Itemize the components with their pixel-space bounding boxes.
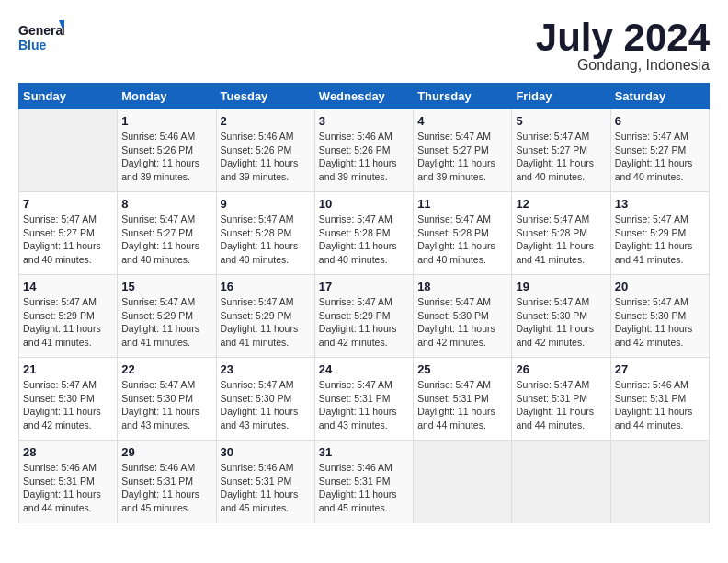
day-number: 27: [615, 362, 705, 376]
day-number: 11: [417, 197, 507, 211]
weekday-header-thursday: Thursday: [414, 84, 512, 109]
day-number: 20: [615, 280, 705, 293]
weekday-header-monday: Monday: [118, 84, 216, 109]
day-number: 21: [23, 362, 113, 376]
logo-svg: General Blue: [18, 18, 64, 59]
day-info: Sunrise: 5:47 AMSunset: 5:31 PMDaylight:…: [417, 378, 507, 432]
calendar-cell: 9Sunrise: 5:47 AMSunset: 5:28 PMDaylight…: [216, 192, 314, 275]
day-number: 24: [319, 362, 409, 376]
day-info: Sunrise: 5:47 AMSunset: 5:30 PMDaylight:…: [121, 378, 211, 432]
calendar-cell: 24Sunrise: 5:47 AMSunset: 5:31 PMDayligh…: [314, 358, 413, 441]
day-info: Sunrise: 5:47 AMSunset: 5:29 PMDaylight:…: [121, 295, 211, 350]
calendar-cell: 28Sunrise: 5:46 AMSunset: 5:31 PMDayligh…: [19, 441, 118, 523]
calendar-cell: [19, 109, 118, 192]
day-info: Sunrise: 5:46 AMSunset: 5:31 PMDaylight:…: [121, 461, 211, 515]
calendar-cell: 29Sunrise: 5:46 AMSunset: 5:31 PMDayligh…: [118, 441, 216, 523]
day-info: Sunrise: 5:47 AMSunset: 5:30 PMDaylight:…: [516, 295, 606, 350]
weekday-header-sunday: Sunday: [19, 84, 118, 109]
calendar-cell: 6Sunrise: 5:47 AMSunset: 5:27 PMDaylight…: [610, 109, 709, 192]
day-number: 29: [121, 445, 211, 459]
day-info: Sunrise: 5:47 AMSunset: 5:31 PMDaylight:…: [319, 378, 409, 432]
calendar-cell: 1Sunrise: 5:46 AMSunset: 5:26 PMDaylight…: [118, 109, 216, 192]
calendar-cell: 11Sunrise: 5:47 AMSunset: 5:28 PMDayligh…: [414, 192, 512, 275]
day-info: Sunrise: 5:47 AMSunset: 5:28 PMDaylight:…: [221, 213, 311, 267]
day-number: 14: [23, 280, 113, 293]
day-number: 15: [121, 280, 211, 293]
day-number: 31: [319, 445, 409, 459]
calendar-cell: 30Sunrise: 5:46 AMSunset: 5:31 PMDayligh…: [216, 441, 314, 523]
day-number: 4: [417, 114, 507, 128]
weekday-header-wednesday: Wednesday: [314, 84, 413, 109]
day-info: Sunrise: 5:46 AMSunset: 5:26 PMDaylight:…: [221, 130, 311, 184]
day-number: 28: [23, 445, 113, 459]
day-info: Sunrise: 5:46 AMSunset: 5:31 PMDaylight:…: [221, 461, 311, 515]
calendar-cell: 2Sunrise: 5:46 AMSunset: 5:26 PMDaylight…: [216, 109, 314, 192]
calendar-cell: 25Sunrise: 5:47 AMSunset: 5:31 PMDayligh…: [414, 358, 512, 441]
day-number: 8: [121, 197, 211, 211]
calendar-cell: 10Sunrise: 5:47 AMSunset: 5:28 PMDayligh…: [314, 192, 413, 275]
weekday-header-friday: Friday: [512, 84, 610, 109]
calendar-cell: 27Sunrise: 5:46 AMSunset: 5:31 PMDayligh…: [610, 358, 709, 441]
day-number: 23: [221, 362, 311, 376]
day-info: Sunrise: 5:47 AMSunset: 5:29 PMDaylight:…: [221, 295, 311, 350]
day-number: 13: [615, 197, 705, 211]
calendar-cell: 23Sunrise: 5:47 AMSunset: 5:30 PMDayligh…: [216, 358, 314, 441]
weekday-header-row: SundayMondayTuesdayWednesdayThursdayFrid…: [19, 84, 710, 109]
day-number: 17: [319, 280, 409, 293]
day-number: 16: [221, 280, 311, 293]
day-info: Sunrise: 5:47 AMSunset: 5:27 PMDaylight:…: [615, 130, 705, 184]
day-number: 12: [516, 197, 606, 211]
calendar-cell: 31Sunrise: 5:46 AMSunset: 5:31 PMDayligh…: [314, 441, 413, 523]
title-block: July 2024 Gondang, Indonesia: [536, 18, 710, 74]
location: Gondang, Indonesia: [536, 57, 710, 74]
day-info: Sunrise: 5:47 AMSunset: 5:27 PMDaylight:…: [417, 130, 507, 184]
calendar-cell: 22Sunrise: 5:47 AMSunset: 5:30 PMDayligh…: [118, 358, 216, 441]
day-number: 26: [516, 362, 606, 376]
page-header: General Blue July 2024 Gondang, Indonesi…: [18, 18, 710, 74]
calendar-cell: 4Sunrise: 5:47 AMSunset: 5:27 PMDaylight…: [414, 109, 512, 192]
week-row-4: 21Sunrise: 5:47 AMSunset: 5:30 PMDayligh…: [19, 358, 710, 441]
calendar-cell: 21Sunrise: 5:47 AMSunset: 5:30 PMDayligh…: [19, 358, 118, 441]
day-info: Sunrise: 5:47 AMSunset: 5:31 PMDaylight:…: [516, 378, 606, 432]
calendar-cell: 5Sunrise: 5:47 AMSunset: 5:27 PMDaylight…: [512, 109, 610, 192]
day-number: 2: [221, 114, 311, 128]
day-info: Sunrise: 5:47 AMSunset: 5:28 PMDaylight:…: [319, 213, 409, 267]
weekday-header-tuesday: Tuesday: [216, 84, 314, 109]
weekday-header-saturday: Saturday: [610, 84, 709, 109]
calendar-cell: 19Sunrise: 5:47 AMSunset: 5:30 PMDayligh…: [512, 275, 610, 358]
day-number: 6: [615, 114, 705, 128]
day-info: Sunrise: 5:47 AMSunset: 5:27 PMDaylight:…: [516, 130, 606, 184]
calendar-cell: 17Sunrise: 5:47 AMSunset: 5:29 PMDayligh…: [314, 275, 413, 358]
day-info: Sunrise: 5:47 AMSunset: 5:29 PMDaylight:…: [23, 295, 113, 350]
day-info: Sunrise: 5:47 AMSunset: 5:30 PMDaylight:…: [417, 295, 507, 350]
calendar-cell: 20Sunrise: 5:47 AMSunset: 5:30 PMDayligh…: [610, 275, 709, 358]
day-info: Sunrise: 5:46 AMSunset: 5:31 PMDaylight:…: [319, 461, 409, 515]
calendar-cell: 3Sunrise: 5:46 AMSunset: 5:26 PMDaylight…: [314, 109, 413, 192]
day-number: 22: [121, 362, 211, 376]
day-number: 30: [221, 445, 311, 459]
day-info: Sunrise: 5:46 AMSunset: 5:26 PMDaylight:…: [121, 130, 211, 184]
svg-text:Blue: Blue: [18, 38, 47, 52]
day-number: 19: [516, 280, 606, 293]
calendar-cell: 18Sunrise: 5:47 AMSunset: 5:30 PMDayligh…: [414, 275, 512, 358]
day-info: Sunrise: 5:47 AMSunset: 5:28 PMDaylight:…: [417, 213, 507, 267]
day-number: 9: [221, 197, 311, 211]
day-info: Sunrise: 5:47 AMSunset: 5:29 PMDaylight:…: [319, 295, 409, 350]
day-number: 25: [417, 362, 507, 376]
calendar-cell: [414, 441, 512, 523]
day-info: Sunrise: 5:47 AMSunset: 5:27 PMDaylight:…: [121, 213, 211, 267]
logo: General Blue: [18, 18, 64, 59]
calendar-cell: 14Sunrise: 5:47 AMSunset: 5:29 PMDayligh…: [19, 275, 118, 358]
calendar-cell: 12Sunrise: 5:47 AMSunset: 5:28 PMDayligh…: [512, 192, 610, 275]
day-number: 10: [319, 197, 409, 211]
week-row-3: 14Sunrise: 5:47 AMSunset: 5:29 PMDayligh…: [19, 275, 710, 358]
day-info: Sunrise: 5:47 AMSunset: 5:29 PMDaylight:…: [615, 213, 705, 267]
day-info: Sunrise: 5:47 AMSunset: 5:30 PMDaylight:…: [615, 295, 705, 350]
week-row-2: 7Sunrise: 5:47 AMSunset: 5:27 PMDaylight…: [19, 192, 710, 275]
svg-text:General: General: [18, 23, 64, 38]
calendar-cell: 13Sunrise: 5:47 AMSunset: 5:29 PMDayligh…: [610, 192, 709, 275]
day-info: Sunrise: 5:46 AMSunset: 5:31 PMDaylight:…: [615, 378, 705, 432]
day-info: Sunrise: 5:46 AMSunset: 5:31 PMDaylight:…: [23, 461, 113, 515]
day-info: Sunrise: 5:47 AMSunset: 5:27 PMDaylight:…: [23, 213, 113, 267]
day-number: 18: [417, 280, 507, 293]
